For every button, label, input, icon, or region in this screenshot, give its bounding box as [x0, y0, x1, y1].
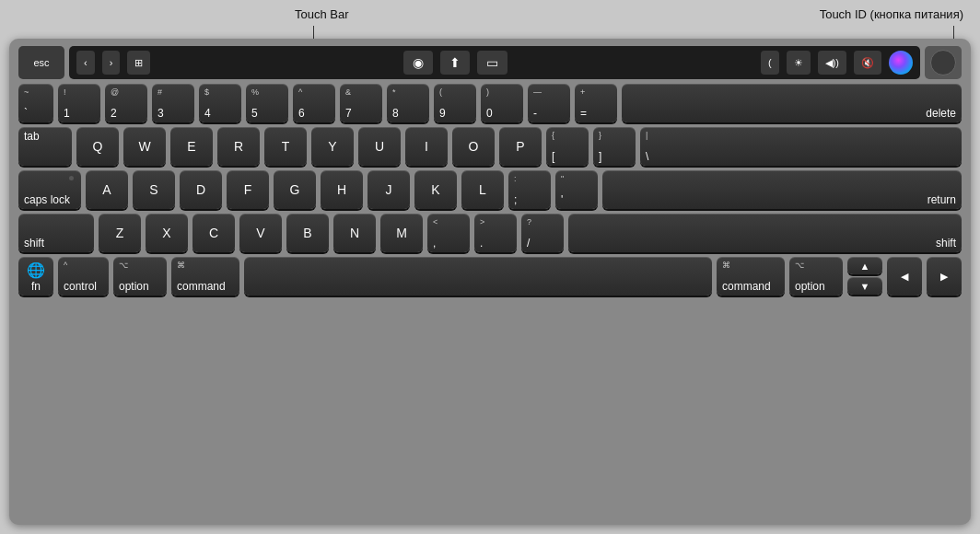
key-l[interactable]: L: [461, 170, 504, 209]
caps-lock-key[interactable]: caps lock: [18, 170, 81, 209]
key-r[interactable]: R: [217, 127, 260, 166]
key-bracket-open[interactable]: { [: [546, 127, 589, 166]
touch-id-key[interactable]: [925, 46, 962, 79]
fn-key[interactable]: 🌐 fn: [18, 257, 53, 296]
key-c[interactable]: C: [192, 214, 235, 252]
shift-right-key[interactable]: shift: [568, 214, 962, 252]
key-j[interactable]: J: [368, 170, 410, 209]
key-o[interactable]: O: [452, 127, 495, 166]
touch-bar-row: esc ‹ › ⊞ ◉ ⬆ ▭ ( ☀ ◀)) 🔇: [18, 46, 962, 79]
key-backslash[interactable]: | \: [640, 127, 962, 166]
key-quote[interactable]: " ': [555, 170, 598, 209]
arrow-up-down-group: ▲ ▼: [847, 257, 882, 296]
keyboard: esc ‹ › ⊞ ◉ ⬆ ▭ ( ☀ ◀)) 🔇 ~ ` ! 1: [9, 39, 971, 525]
key-f[interactable]: F: [227, 170, 269, 209]
key-comma[interactable]: < ,: [427, 214, 470, 252]
key-b[interactable]: B: [286, 214, 329, 252]
option-right-key[interactable]: ⌥ option: [789, 257, 843, 296]
return-key[interactable]: return: [602, 170, 962, 209]
esc-key[interactable]: esc: [18, 46, 64, 79]
key-g[interactable]: G: [274, 170, 316, 209]
bottom-row: 🌐 fn ^ control ⌥ option ⌘ command ⌘ comm…: [18, 257, 962, 296]
key-x[interactable]: X: [146, 214, 188, 252]
touch-bar-annotation: Touch Bar: [295, 7, 349, 21]
tb-siri-btn[interactable]: [889, 51, 913, 75]
backtick-key[interactable]: ~ `: [18, 84, 53, 122]
key-e[interactable]: E: [170, 127, 213, 166]
key-v[interactable]: V: [239, 214, 282, 252]
tb-brightness-btn[interactable]: ☀: [787, 51, 811, 75]
touch-id-annotation: Touch ID (кнопка питания): [820, 7, 963, 21]
key-period[interactable]: > .: [474, 214, 517, 252]
key-y[interactable]: Y: [311, 127, 354, 166]
key-7[interactable]: & 7: [340, 84, 382, 122]
key-3[interactable]: # 3: [152, 84, 194, 122]
key-equals[interactable]: + =: [575, 84, 617, 122]
arrow-left-key[interactable]: ◀: [887, 257, 922, 296]
touch-id-circle: [930, 50, 956, 75]
key-2[interactable]: @ 2: [105, 84, 147, 122]
key-0[interactable]: ) 0: [481, 84, 523, 122]
key-q[interactable]: Q: [76, 127, 119, 166]
key-d[interactable]: D: [180, 170, 222, 209]
control-key[interactable]: ^ control: [58, 257, 109, 296]
key-a[interactable]: A: [86, 170, 128, 209]
key-z[interactable]: Z: [99, 214, 141, 252]
arrow-up-key[interactable]: ▲: [847, 257, 882, 274]
key-8[interactable]: * 8: [387, 84, 429, 122]
tb-paren-btn[interactable]: (: [761, 51, 779, 75]
key-s[interactable]: S: [133, 170, 175, 209]
tb-screen-btn[interactable]: ▭: [477, 51, 508, 75]
arrow-right-key[interactable]: ▶: [927, 257, 962, 296]
tab-key[interactable]: tab: [18, 127, 72, 166]
key-m[interactable]: M: [380, 214, 423, 252]
key-5[interactable]: % 5: [246, 84, 288, 122]
key-k[interactable]: K: [414, 170, 457, 209]
key-semicolon[interactable]: : ;: [508, 170, 551, 209]
caps-lock-indicator: [69, 176, 74, 180]
key-4[interactable]: $ 4: [199, 84, 241, 122]
key-n[interactable]: N: [333, 214, 376, 252]
tb-volume-btn[interactable]: ◀)): [818, 51, 846, 75]
space-key[interactable]: [244, 257, 712, 296]
key-slash[interactable]: ? /: [521, 214, 564, 252]
tb-eye-btn[interactable]: ◉: [403, 51, 433, 75]
touch-bar: ‹ › ⊞ ◉ ⬆ ▭ ( ☀ ◀)) 🔇: [69, 46, 920, 79]
key-9[interactable]: ( 9: [434, 84, 476, 122]
tb-grid-btn[interactable]: ⊞: [127, 51, 150, 75]
key-t[interactable]: T: [264, 127, 307, 166]
option-left-key[interactable]: ⌥ option: [113, 257, 167, 296]
shift-left-key[interactable]: shift: [18, 214, 94, 252]
key-i[interactable]: I: [405, 127, 448, 166]
key-h[interactable]: H: [321, 170, 363, 209]
tb-share-btn[interactable]: ⬆: [440, 51, 470, 75]
delete-key[interactable]: delete: [622, 84, 962, 122]
arrow-down-key[interactable]: ▼: [847, 277, 882, 295]
key-minus[interactable]: — -: [528, 84, 570, 122]
key-6[interactable]: ^ 6: [293, 84, 335, 122]
key-bracket-close[interactable]: } ]: [593, 127, 636, 166]
asdf-row: caps lock A S D F G H J K L : ; " ' retu…: [18, 170, 962, 209]
key-w[interactable]: W: [123, 127, 166, 166]
number-row: ~ ` ! 1 @ 2 # 3 $ 4 % 5 ^ 6 & 7: [18, 84, 962, 122]
tb-back-btn[interactable]: ‹: [76, 51, 95, 75]
command-left-key[interactable]: ⌘ command: [171, 257, 239, 296]
key-p[interactable]: P: [499, 127, 542, 166]
key-u[interactable]: U: [358, 127, 401, 166]
command-right-key[interactable]: ⌘ command: [717, 257, 785, 296]
tb-mute-btn[interactable]: 🔇: [854, 51, 881, 75]
zxcv-row: shift Z X C V B N M < , > . ? / shift: [18, 214, 962, 252]
tb-forward-btn[interactable]: ›: [102, 51, 121, 75]
key-1[interactable]: ! 1: [58, 84, 100, 122]
qwerty-row: tab Q W E R T Y U I O P { [ } ] | \: [18, 127, 962, 166]
